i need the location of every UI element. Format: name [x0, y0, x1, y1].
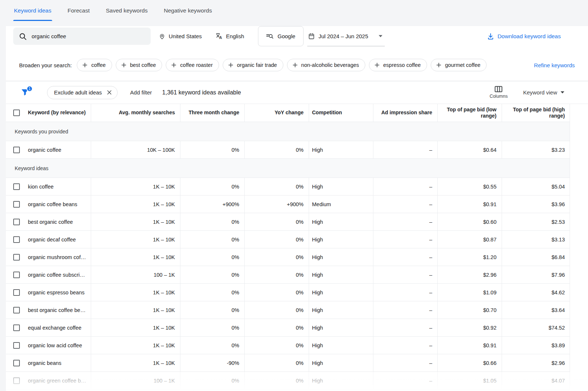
header-three-month-change[interactable]: Three month change	[180, 104, 244, 122]
download-keyword-ideas-button[interactable]: Download keyword ideas	[487, 33, 561, 40]
table-row[interactable]: organic coffee subscri… 100 – 1K 0% 0% H…	[6, 266, 570, 284]
yoy-cell: 0%	[244, 248, 309, 266]
row-checkbox[interactable]	[13, 236, 20, 243]
section-keywords-you-provided: Keywords you provided	[6, 122, 570, 141]
three-month-cell: 0%	[180, 248, 244, 266]
broaden-chip-best-coffee[interactable]: best coffee	[116, 59, 162, 71]
table-row[interactable]: organic green coffee b… 100 – 1K 0% 0% H…	[6, 372, 570, 390]
filter-icon[interactable]: 1	[21, 88, 30, 97]
header-top-of-page-bid-low[interactable]: Top of page bid (low range)	[437, 104, 502, 122]
keyword-cell: organic decaf coffee	[28, 237, 76, 243]
header-ad-impression-share[interactable]: Ad impression share	[373, 104, 437, 122]
ad-share-cell: –	[373, 248, 437, 266]
table-row[interactable]: organic mushroom cof… 1K – 10K 0% 0% Hig…	[6, 248, 570, 266]
table-row[interactable]: organic low acid coffee 1K – 10K 0% 0% H…	[6, 337, 570, 354]
close-icon[interactable]	[107, 90, 112, 95]
plus-icon	[228, 62, 234, 68]
keyword-view-dropdown[interactable]: Keyword view	[523, 89, 564, 96]
table-row[interactable]: kion coffee 1K – 10K 0% 0% High – $0.55 …	[6, 178, 570, 196]
network-setting[interactable]: Google	[258, 26, 303, 46]
tab-saved-keywords[interactable]: Saved keywords	[105, 0, 148, 21]
row-checkbox[interactable]	[13, 219, 20, 225]
competition-cell: High	[309, 354, 373, 372]
refine-keywords-link[interactable]: Refine keywords	[534, 62, 575, 68]
bid-high-cell: $2.96	[502, 354, 570, 372]
ad-share-cell: –	[373, 301, 437, 319]
three-month-cell: 0%	[180, 319, 244, 336]
three-month-cell: 0%	[180, 337, 244, 354]
keyword-search-field[interactable]	[13, 28, 151, 45]
competition-cell: High	[309, 231, 373, 248]
row-checkbox[interactable]	[13, 324, 20, 331]
broaden-chip-coffee-roaster[interactable]: coffee roaster	[166, 59, 219, 71]
keyword-cell: organic green coffee b…	[28, 378, 86, 384]
table-row[interactable]: organic coffee 10K – 100K 0% 0% High – $…	[6, 141, 570, 159]
filter-count-badge: 1	[26, 86, 33, 92]
row-checkbox[interactable]	[13, 254, 20, 261]
broaden-chip-gourmet-coffee[interactable]: gourmet coffee	[431, 59, 487, 71]
broaden-chip-espresso-coffee[interactable]: espresso coffee	[369, 59, 427, 71]
header-avg-monthly-searches[interactable]: Avg. monthly searches	[91, 104, 180, 122]
exclude-adult-ideas-chip[interactable]: Exclude adult ideas	[47, 86, 118, 99]
broaden-chip-organic-fair-trade[interactable]: organic fair trade	[223, 59, 283, 71]
ad-share-cell: –	[373, 196, 437, 213]
table-row[interactable]: equal exchange coffee 1K – 10K 0% 0% Hig…	[6, 319, 570, 337]
date-range-picker[interactable]: Jul 2024 – Jun 2025	[307, 26, 385, 46]
bid-high-cell: $3.96	[502, 196, 570, 213]
broaden-search-row: Broaden your search: coffee best coffee …	[19, 59, 575, 71]
bid-high-cell: $74.52	[502, 319, 570, 336]
row-checkbox[interactable]	[13, 360, 20, 366]
competition-cell: Medium	[309, 196, 373, 213]
row-checkbox[interactable]	[13, 342, 20, 349]
svg-text:A: A	[219, 35, 222, 40]
bid-high-cell: $5.04	[502, 178, 570, 195]
keyword-cell: equal exchange coffee	[28, 325, 82, 331]
searches-cell: 1K – 10K	[91, 354, 180, 372]
row-checkbox[interactable]	[13, 289, 20, 296]
yoy-cell: 0%	[244, 301, 309, 319]
yoy-cell: 0%	[244, 372, 309, 389]
add-filter-button[interactable]: Add filter	[130, 89, 152, 96]
table-row[interactable]: best organic coffee be… 1K – 10K 0% 0% H…	[6, 301, 570, 319]
tab-keyword-ideas[interactable]: Keyword ideas	[13, 0, 52, 21]
row-checkbox[interactable]	[13, 201, 20, 208]
ad-share-cell: –	[373, 141, 437, 158]
ad-share-cell: –	[373, 372, 437, 389]
row-checkbox[interactable]	[13, 307, 20, 313]
broaden-chip-non-alcoholic-beverages[interactable]: non-alcoholic beverages	[287, 59, 365, 71]
row-checkbox[interactable]	[13, 272, 20, 278]
bid-high-cell: $7.96	[502, 266, 570, 283]
plus-icon	[171, 62, 177, 68]
yoy-cell: 0%	[244, 284, 309, 301]
header-yoy-change[interactable]: YoY change	[244, 104, 309, 122]
row-checkbox[interactable]	[13, 183, 20, 190]
tab-forecast[interactable]: Forecast	[67, 0, 90, 21]
search-input[interactable]	[32, 33, 145, 39]
competition-cell: High	[309, 248, 373, 266]
broaden-chip-coffee[interactable]: coffee	[77, 59, 112, 71]
plus-icon	[374, 62, 380, 68]
language-setting[interactable]: A English	[216, 33, 244, 40]
table-row[interactable]: organic coffee beans 1K – 10K +900% +900…	[6, 196, 570, 213]
row-checkbox[interactable]	[13, 377, 20, 384]
header-keyword[interactable]: Keyword (by relevance)	[28, 110, 86, 116]
tab-negative-keywords[interactable]: Negative keywords	[163, 0, 213, 21]
table-row[interactable]: best organic coffee 1K – 10K 0% 0% High …	[6, 213, 570, 231]
keyword-view-label: Keyword view	[523, 89, 557, 96]
location-setting[interactable]: United States	[159, 33, 202, 40]
select-all-checkbox[interactable]	[13, 110, 20, 116]
table-row[interactable]: organic espresso beans 1K – 10K 0% 0% Hi…	[6, 284, 570, 301]
columns-button[interactable]: Columns	[490, 86, 508, 99]
table-row[interactable]: organic decaf coffee 1K – 10K 0% 0% High…	[6, 231, 570, 248]
row-checkbox[interactable]	[13, 147, 20, 153]
yoy-cell: 0%	[244, 178, 309, 195]
three-month-cell: 0%	[180, 284, 244, 301]
header-top-of-page-bid-high[interactable]: Top of page bid (high range)	[502, 104, 570, 122]
bid-low-cell: $1.20	[437, 248, 502, 266]
date-range-label: Jul 2024 – Jun 2025	[319, 33, 368, 39]
keyword-ideas-table: Keyword (by relevance) Avg. monthly sear…	[6, 104, 570, 390]
search-settings-card: United States A English Google Jul 2024 …	[6, 26, 588, 81]
header-competition[interactable]: Competition	[309, 104, 373, 122]
table-row[interactable]: organic beans 1K – 10K -90% 0% High – $0…	[6, 354, 570, 372]
filter-toolbar: 1 Exclude adult ideas Add filter 1,361 k…	[6, 81, 588, 104]
